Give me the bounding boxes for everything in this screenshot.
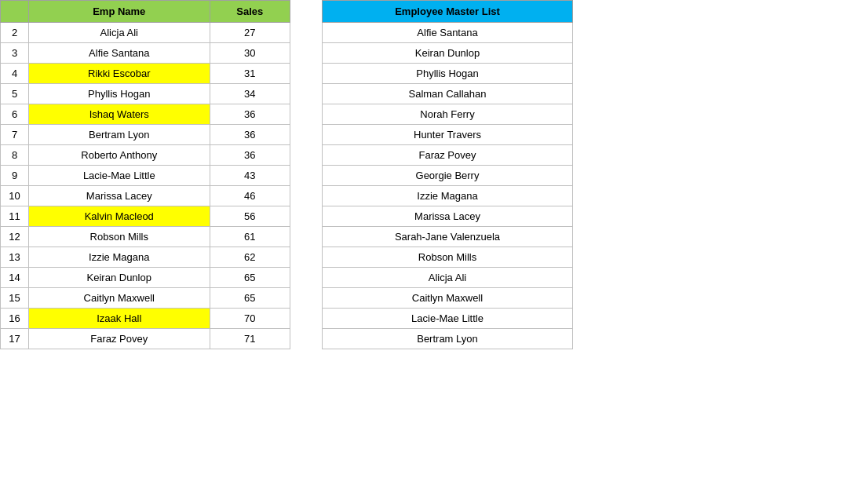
row-number: 13 — [1, 247, 29, 268]
table-row: 7Bertram Lyon36 — [1, 125, 290, 145]
right-table-container: Employee Master List Alfie SantanaKeiran… — [322, 0, 573, 349]
table-row: 17Faraz Povey71 — [1, 329, 290, 349]
sales-value: 27 — [210, 23, 290, 43]
table-row: 13Izzie Magana62 — [1, 247, 290, 268]
sales-value: 65 — [210, 268, 290, 288]
table-row: 9Lacie-Mae Little43 — [1, 166, 290, 186]
row-number: 4 — [1, 64, 29, 84]
master-list-name: Alfie Santana — [323, 23, 573, 43]
col-header-num — [1, 1, 29, 23]
sales-table: Emp Name Sales 2Alicja Ali273Alfie Santa… — [0, 0, 290, 349]
list-item: Marissa Lacey — [323, 206, 573, 227]
row-number: 9 — [1, 166, 29, 186]
sales-value: 43 — [210, 166, 290, 186]
employee-name: Lacie-Mae Little — [29, 166, 210, 186]
table-row: 5Phyllis Hogan34 — [1, 84, 290, 104]
row-number: 12 — [1, 227, 29, 247]
sales-value: 36 — [210, 104, 290, 125]
sales-value: 71 — [210, 329, 290, 349]
row-number: 3 — [1, 43, 29, 64]
row-number: 5 — [1, 84, 29, 104]
sales-value: 70 — [210, 309, 290, 329]
employee-name: Phyllis Hogan — [29, 84, 210, 104]
master-list-name: Robson Mills — [323, 247, 573, 268]
table-row: 4Rikki Escobar31 — [1, 64, 290, 84]
list-item: Alicja Ali — [323, 268, 573, 288]
list-item: Alfie Santana — [323, 23, 573, 43]
master-list-name: Phyllis Hogan — [323, 64, 573, 84]
col-header-emp-name: Emp Name — [29, 1, 210, 23]
master-list-name: Sarah-Jane Valenzuela — [323, 227, 573, 247]
employee-name: Keiran Dunlop — [29, 268, 210, 288]
master-list-name: Caitlyn Maxwell — [323, 288, 573, 309]
master-list-name: Izzie Magana — [323, 186, 573, 206]
master-list-name: Alicja Ali — [323, 268, 573, 288]
sales-value: 30 — [210, 43, 290, 64]
table-row: 10Marissa Lacey46 — [1, 186, 290, 206]
list-item: Phyllis Hogan — [323, 64, 573, 84]
table-row: 11Kalvin Macleod56 — [1, 206, 290, 227]
employee-name: Ishaq Waters — [29, 104, 210, 125]
employee-name: Izzie Magana — [29, 247, 210, 268]
sales-value: 46 — [210, 186, 290, 206]
sales-value: 56 — [210, 206, 290, 227]
table-row: 6Ishaq Waters36 — [1, 104, 290, 125]
sales-value: 36 — [210, 145, 290, 166]
row-number: 10 — [1, 186, 29, 206]
col-header-master-list: Employee Master List — [323, 1, 573, 23]
employee-name: Marissa Lacey — [29, 186, 210, 206]
employee-name: Roberto Anthony — [29, 145, 210, 166]
table-row: 16Izaak Hall70 — [1, 309, 290, 329]
list-item: Hunter Travers — [323, 125, 573, 145]
employee-name: Bertram Lyon — [29, 125, 210, 145]
master-list-name: Salman Callahan — [323, 84, 573, 104]
sales-value: 31 — [210, 64, 290, 84]
sales-value: 65 — [210, 288, 290, 309]
left-table-container: Emp Name Sales 2Alicja Ali273Alfie Santa… — [0, 0, 290, 349]
list-item: Keiran Dunlop — [323, 43, 573, 64]
table-row: 2Alicja Ali27 — [1, 23, 290, 43]
row-number: 11 — [1, 206, 29, 227]
master-list-name: Norah Ferry — [323, 104, 573, 125]
employee-name: Rikki Escobar — [29, 64, 210, 84]
employee-name: Robson Mills — [29, 227, 210, 247]
table-row: 8Roberto Anthony36 — [1, 145, 290, 166]
employee-name: Alicja Ali — [29, 23, 210, 43]
list-item: Sarah-Jane Valenzuela — [323, 227, 573, 247]
table-row: 15Caitlyn Maxwell65 — [1, 288, 290, 309]
list-item: Faraz Povey — [323, 145, 573, 166]
employee-name: Izaak Hall — [29, 309, 210, 329]
row-number: 15 — [1, 288, 29, 309]
master-list-table: Employee Master List Alfie SantanaKeiran… — [322, 0, 573, 349]
row-number: 16 — [1, 309, 29, 329]
row-number: 17 — [1, 329, 29, 349]
row-number: 8 — [1, 145, 29, 166]
row-number: 2 — [1, 23, 29, 43]
master-list-name: Marissa Lacey — [323, 206, 573, 227]
sales-value: 34 — [210, 84, 290, 104]
table-row: 12Robson Mills61 — [1, 227, 290, 247]
master-list-name: Keiran Dunlop — [323, 43, 573, 64]
list-item: Izzie Magana — [323, 186, 573, 206]
list-item: Caitlyn Maxwell — [323, 288, 573, 309]
table-row: 14Keiran Dunlop65 — [1, 268, 290, 288]
list-item: Norah Ferry — [323, 104, 573, 125]
employee-name: Kalvin Macleod — [29, 206, 210, 227]
employee-name: Faraz Povey — [29, 329, 210, 349]
row-number: 14 — [1, 268, 29, 288]
employee-name: Caitlyn Maxwell — [29, 288, 210, 309]
list-item: Robson Mills — [323, 247, 573, 268]
sales-value: 36 — [210, 125, 290, 145]
list-item: Salman Callahan — [323, 84, 573, 104]
row-number: 7 — [1, 125, 29, 145]
sales-value: 61 — [210, 227, 290, 247]
master-list-name: Hunter Travers — [323, 125, 573, 145]
master-list-name: Faraz Povey — [323, 145, 573, 166]
list-item: Lacie-Mae Little — [323, 309, 573, 329]
list-item: Bertram Lyon — [323, 329, 573, 349]
employee-name: Alfie Santana — [29, 43, 210, 64]
master-list-name: Georgie Berry — [323, 166, 573, 186]
master-list-name: Bertram Lyon — [323, 329, 573, 349]
sales-value: 62 — [210, 247, 290, 268]
list-item: Georgie Berry — [323, 166, 573, 186]
